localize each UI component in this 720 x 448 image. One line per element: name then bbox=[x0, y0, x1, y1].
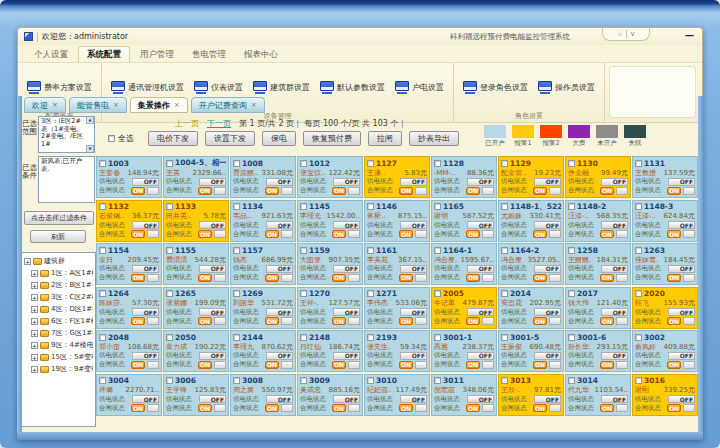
card-checkbox[interactable] bbox=[233, 377, 240, 384]
card-checkbox[interactable] bbox=[635, 377, 642, 384]
keep-power-button[interactable]: 保电 bbox=[262, 131, 296, 146]
meter-card[interactable]: 2014 安思花 202.95元 供电状态 OFF 合闸状态 ON bbox=[498, 287, 564, 329]
select-all[interactable]: 全选 bbox=[108, 133, 134, 144]
switch-on-button[interactable]: ON bbox=[533, 404, 547, 412]
switch-on-button[interactable]: ON bbox=[600, 187, 614, 195]
restore-prepaid-button[interactable]: 恢复预付费 bbox=[303, 131, 361, 146]
supply-off-indicator[interactable]: OFF bbox=[467, 221, 494, 229]
supply-off-indicator[interactable]: OFF bbox=[668, 395, 695, 403]
supply-off-indicator[interactable]: OFF bbox=[601, 352, 628, 360]
switch-on-button[interactable]: ON bbox=[667, 274, 681, 282]
supply-off-indicator[interactable]: OFF bbox=[400, 178, 427, 186]
next-page-link[interactable]: 下一页 bbox=[207, 118, 231, 129]
supply-off-indicator[interactable]: OFF bbox=[199, 395, 226, 403]
menu-tab-personal-settings[interactable]: 个人设置 bbox=[26, 47, 76, 62]
switch-on-button[interactable]: ON bbox=[332, 230, 346, 238]
switch-on-button[interactable]: ON bbox=[131, 404, 145, 412]
meter-card[interactable]: 1008 曹温丽.. 331.08元 供电状态 OFF 合闸状态 ON bbox=[230, 156, 296, 198]
choose-filter-button[interactable]: 点击选择过滤条件 bbox=[24, 211, 94, 225]
card-checkbox[interactable] bbox=[99, 203, 106, 210]
supply-off-indicator[interactable]: OFF bbox=[199, 352, 226, 360]
meter-settings-button[interactable]: 仪表设置 bbox=[191, 79, 246, 96]
meter-card[interactable]: 1129 配金宣.. 19.23元 供电状态 OFF 合闸状态 ON bbox=[498, 156, 564, 198]
card-checkbox[interactable] bbox=[568, 290, 575, 297]
card-checkbox[interactable] bbox=[300, 290, 307, 297]
supply-off-indicator[interactable]: OFF bbox=[668, 221, 695, 229]
meter-card[interactable]: 1271 李伟杰 533.06元 供电状态 OFF 合闸状态 ON bbox=[364, 287, 430, 329]
card-checkbox[interactable] bbox=[501, 160, 508, 167]
card-checkbox[interactable] bbox=[434, 334, 441, 341]
meter-card[interactable]: 1165 谢明 587.52元 供电状态 OFF 合闸状态 ON bbox=[431, 200, 497, 242]
rate-plan-settings-button[interactable]: 费率方案设置 bbox=[24, 79, 95, 96]
supply-off-indicator[interactable]: OFF bbox=[668, 352, 695, 360]
supply-off-indicator[interactable]: OFF bbox=[400, 352, 427, 360]
card-checkbox[interactable] bbox=[233, 160, 240, 167]
card-checkbox[interactable] bbox=[501, 377, 508, 384]
supply-off-indicator[interactable]: OFF bbox=[199, 308, 226, 316]
supply-off-indicator[interactable]: OFF bbox=[132, 178, 159, 186]
price-dispatch-button[interactable]: 电价下发 bbox=[148, 131, 198, 146]
switch-on-button[interactable]: ON bbox=[533, 361, 547, 369]
expand-icon[interactable] bbox=[31, 294, 38, 301]
meter-card[interactable]: 1004-5、相一 王英 2329.66.. 供电状态 OFF 合闸状态 ON bbox=[163, 156, 229, 198]
card-checkbox[interactable] bbox=[99, 247, 106, 254]
tree-item[interactable]: 15区：5#变电（3#.. bbox=[24, 351, 93, 363]
card-checkbox[interactable] bbox=[166, 377, 173, 384]
switch-on-button[interactable]: ON bbox=[466, 317, 480, 325]
meter-card[interactable]: 1134 韦品.. 921.63元 供电状态 OFF 合闸状态 ON bbox=[230, 200, 296, 242]
supply-off-indicator[interactable]: OFF bbox=[534, 221, 561, 229]
tree-item[interactable]: 9区：4#楼电井（4#.. bbox=[24, 339, 93, 351]
default-params-settings-button[interactable]: 默认参数设置 bbox=[317, 79, 388, 96]
supply-off-indicator[interactable]: OFF bbox=[199, 221, 226, 229]
meter-card[interactable]: 1265 张紫娜 199.09元 供电状态 OFF 合闸状态 ON bbox=[163, 287, 229, 329]
supply-off-indicator[interactable]: OFF bbox=[534, 352, 561, 360]
supply-off-indicator[interactable]: OFF bbox=[333, 395, 360, 403]
supply-off-indicator[interactable]: OFF bbox=[601, 178, 628, 186]
expand-icon[interactable] bbox=[31, 270, 38, 277]
close-icon[interactable]: × bbox=[52, 101, 58, 109]
meter-card[interactable]: 3010 纪妃霞. 117.49元 供电状态 OFF 合闸状态 ON bbox=[364, 374, 430, 416]
meter-card[interactable]: 1148-2 汪泽-.. 568.35元 供电状态 OFF 合闸状态 ON bbox=[565, 200, 631, 242]
meter-card[interactable]: 3001-1 高雅 238.37元 供电状态 OFF 合闸状态 ON bbox=[431, 330, 497, 372]
switch-on-button[interactable]: ON bbox=[265, 187, 279, 195]
switch-on-button[interactable]: ON bbox=[131, 230, 145, 238]
card-checkbox[interactable] bbox=[367, 334, 374, 341]
supply-off-indicator[interactable]: OFF bbox=[668, 308, 695, 316]
card-checkbox[interactable] bbox=[501, 290, 508, 297]
card-checkbox[interactable] bbox=[434, 290, 441, 297]
supply-off-indicator[interactable]: OFF bbox=[467, 265, 494, 273]
supply-off-indicator[interactable]: OFF bbox=[266, 352, 293, 360]
card-checkbox[interactable] bbox=[434, 247, 441, 254]
switch-on-button[interactable]: ON bbox=[332, 187, 346, 195]
meter-card[interactable]: 1161 李美花 367.15.. 供电状态 OFF 合闸状态 ON bbox=[364, 243, 430, 285]
card-checkbox[interactable] bbox=[367, 203, 374, 210]
meter-card[interactable]: 2148 日红仙 186.74元 供电状态 OFF 合闸状态 ON bbox=[297, 330, 363, 372]
meter-card[interactable]: 3008 周之翼 550.97元 供电状态 OFF 合闸状态 ON bbox=[230, 374, 296, 416]
meter-card[interactable]: 2048 郑小雷 108.68元 供电状态 OFF 合闸状态 ON bbox=[96, 330, 162, 372]
select-all-checkbox[interactable] bbox=[108, 135, 115, 142]
card-checkbox[interactable] bbox=[166, 203, 173, 210]
supply-off-indicator[interactable]: OFF bbox=[132, 308, 159, 316]
switch-on-button[interactable]: ON bbox=[466, 404, 480, 412]
supply-off-indicator[interactable]: OFF bbox=[467, 395, 494, 403]
expand-icon[interactable] bbox=[31, 354, 38, 361]
card-checkbox[interactable] bbox=[99, 377, 106, 384]
card-checkbox[interactable] bbox=[367, 377, 374, 384]
card-checkbox[interactable] bbox=[99, 290, 106, 297]
switch-on-button[interactable]: ON bbox=[265, 230, 279, 238]
card-checkbox[interactable] bbox=[233, 247, 240, 254]
switch-on-button[interactable]: ON bbox=[667, 187, 681, 195]
supply-off-indicator[interactable]: OFF bbox=[132, 265, 159, 273]
supply-off-indicator[interactable]: OFF bbox=[266, 265, 293, 273]
meter-card[interactable]: 1148-3 汪泽-.. 624.84元 供电状态 OFF 合闸状态 ON bbox=[632, 200, 698, 242]
expand-icon[interactable] bbox=[31, 318, 38, 325]
card-checkbox[interactable] bbox=[568, 203, 575, 210]
expand-icon[interactable] bbox=[31, 282, 38, 289]
switch-on-button[interactable]: ON bbox=[667, 317, 681, 325]
supply-off-indicator[interactable]: OFF bbox=[333, 221, 360, 229]
card-checkbox[interactable] bbox=[568, 247, 575, 254]
switch-on-button[interactable]: ON bbox=[399, 274, 413, 282]
switch-on-button[interactable]: ON bbox=[399, 187, 413, 195]
household-power-settings-button[interactable]: 户电设置 bbox=[392, 79, 447, 96]
switch-on-button[interactable]: ON bbox=[265, 361, 279, 369]
